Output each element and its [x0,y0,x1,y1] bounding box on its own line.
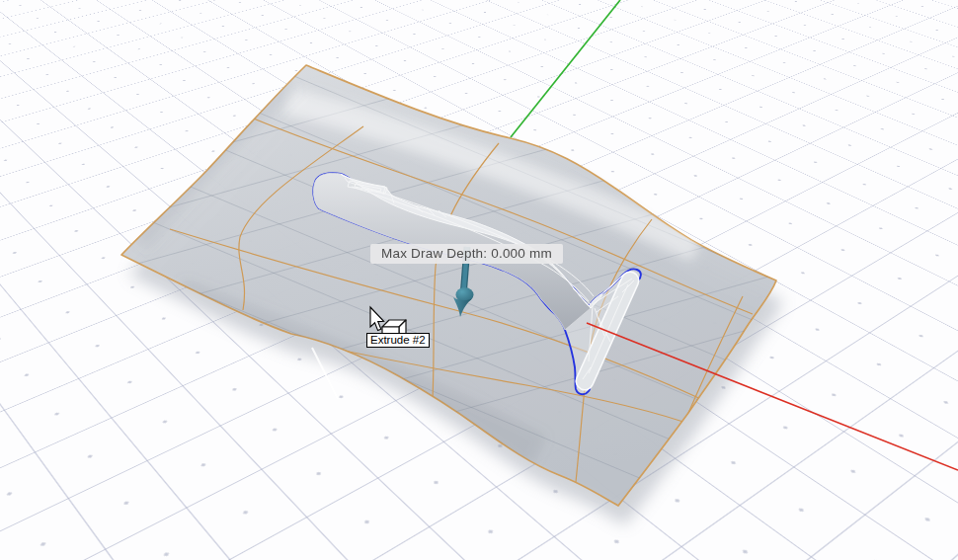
y-axis-line [511,0,620,137]
object-label: Extrude #2 [366,333,430,348]
object-label-text: Extrude #2 [370,334,426,346]
tooltip-text: Max Draw Depth: 0.000 mm [381,246,552,261]
viewport-canvas[interactable]: Max Draw Depth: 0.000 mm Extrude #2 [0,0,958,560]
max-draw-depth-tooltip: Max Draw Depth: 0.000 mm [370,244,563,264]
scene-drawing [0,0,958,560]
